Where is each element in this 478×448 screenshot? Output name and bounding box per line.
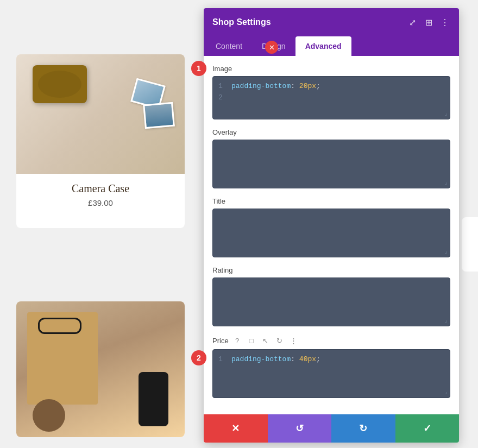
panel-tabs: Content Design Advanced	[204, 36, 459, 56]
title-code-editor-wrapper: ⌟	[212, 209, 450, 257]
grid-icon[interactable]: ⊞	[423, 17, 434, 28]
product-info-1: Camera Case £39.00	[16, 174, 185, 216]
save-icon: ✓	[423, 422, 431, 434]
image-code-line-2: 2	[218, 92, 444, 104]
coffee-graphic	[33, 399, 65, 432]
redo-icon: ↻	[359, 422, 367, 434]
price-resize-indicator: ⌟	[444, 388, 448, 395]
product-image-1	[16, 54, 185, 174]
partial-card-right	[462, 217, 478, 272]
overlay-code-editor[interactable]: ⌟	[212, 140, 450, 188]
title-resize-indicator: ⌟	[444, 248, 448, 255]
rating-resize-indicator: ⌟	[444, 317, 448, 324]
title-section-label: Title	[212, 197, 450, 205]
panel-title: Shop Settings	[212, 17, 271, 27]
price-select-icon[interactable]: ↖	[260, 335, 271, 346]
image-code-editor[interactable]: 1 padding-bottom: 20px; 2 ⌟	[212, 76, 450, 119]
cancel-button[interactable]: ✕	[204, 414, 268, 443]
product-card-1: Camera Case £39.00	[16, 54, 185, 228]
price-help-icon[interactable]: ?	[232, 335, 243, 346]
overlay-section-label: Overlay	[212, 128, 450, 136]
product-price-1: £39.00	[25, 198, 176, 207]
product-card-2	[16, 301, 185, 437]
panel-footer: ✕ ↺ ↻ ✓	[204, 414, 459, 443]
image-section-label: Image	[212, 65, 450, 73]
panel-header: Shop Settings ⤢ ⊞ ⋮	[204, 8, 459, 36]
tab-content[interactable]: Content	[206, 36, 252, 56]
phone-graphic	[139, 372, 168, 426]
price-more-icon[interactable]: ⋮	[288, 335, 299, 346]
photo-graphic-2	[143, 102, 175, 129]
shop-settings-panel: Shop Settings ⤢ ⊞ ⋮ Content Design Advan…	[204, 8, 459, 443]
price-code-editor-wrapper: 1 padding-bottom: 40px; ⌟	[212, 349, 450, 398]
price-label-row: Price ? □ ↖ ↻ ⋮	[212, 335, 450, 346]
image-code-line-1: 1 padding-bottom: 20px;	[218, 81, 444, 92]
resize-icon[interactable]: ⤢	[407, 17, 418, 28]
tab-advanced[interactable]: Advanced	[295, 36, 351, 56]
panel-body: Image 1 padding-bottom: 20px; 2 ⌟ Overla…	[204, 56, 459, 414]
camera-case-graphic	[16, 54, 185, 174]
rating-code-editor-wrapper: ⌟	[212, 277, 450, 326]
cancel-icon: ✕	[231, 422, 240, 434]
rating-section-label: Rating	[212, 266, 450, 274]
price-undo-icon[interactable]: ↻	[274, 335, 285, 346]
image-code-editor-wrapper: 1 padding-bottom: 20px; 2 ⌟	[212, 76, 450, 119]
panel-header-icons: ⤢ ⊞ ⋮	[407, 17, 450, 28]
resize-indicator: ⌟	[444, 110, 448, 117]
product-image-2	[16, 301, 185, 437]
price-copy-icon[interactable]: □	[246, 335, 257, 346]
price-code-editor[interactable]: 1 padding-bottom: 40px; ⌟	[212, 349, 450, 398]
redo-button[interactable]: ↻	[331, 414, 395, 443]
save-button[interactable]: ✓	[395, 414, 460, 443]
overlay-resize-indicator: ⌟	[444, 179, 448, 186]
step-badge-2: 2	[191, 350, 206, 365]
undo-icon: ↺	[295, 422, 304, 434]
undo-button[interactable]: ↺	[268, 414, 332, 443]
panel-close-button[interactable]: ✕	[265, 41, 278, 54]
glasses-graphic	[38, 318, 81, 334]
step-badge-1: 1	[191, 61, 206, 76]
more-options-icon[interactable]: ⋮	[439, 17, 450, 28]
price-section-label: Price	[212, 337, 229, 345]
rating-code-editor[interactable]: ⌟	[212, 277, 450, 326]
product-title-1: Camera Case	[25, 182, 176, 195]
title-code-editor[interactable]: ⌟	[212, 209, 450, 257]
overlay-code-editor-wrapper: ⌟	[212, 140, 450, 188]
price-code-line-1: 1 padding-bottom: 40px;	[218, 354, 444, 365]
